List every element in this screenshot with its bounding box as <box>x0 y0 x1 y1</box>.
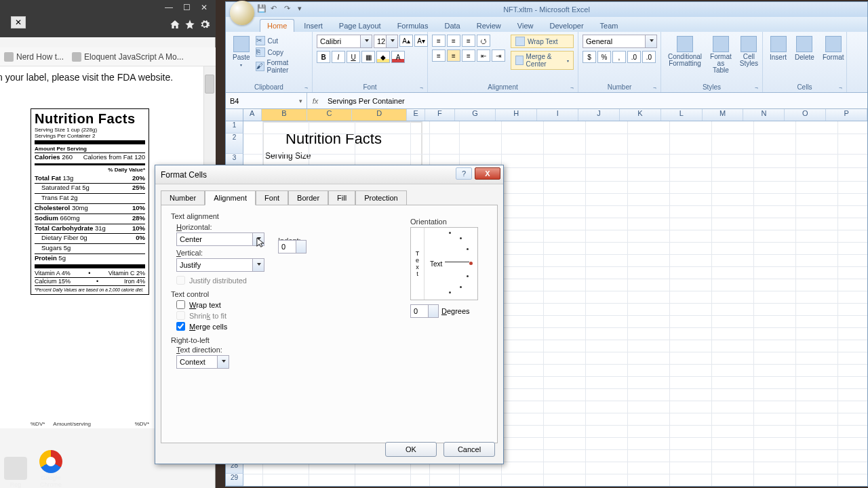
bookmark-item[interactable]: Nerd How t... <box>4 52 64 62</box>
tab-review[interactable]: Review <box>470 20 508 32</box>
name-box[interactable]: B4 <box>226 93 307 108</box>
save-icon[interactable]: 💾 <box>257 4 267 14</box>
maximize-button[interactable]: ☐ <box>179 1 194 14</box>
qat-dropdown-icon[interactable]: ▾ <box>298 4 307 14</box>
orientation-diagram[interactable]: Text Text <box>410 227 478 300</box>
cell-b2[interactable]: Nutrition Facts <box>262 129 405 148</box>
horizontal-combo[interactable]: Center <box>176 232 264 246</box>
scroll-thumb[interactable] <box>205 75 214 94</box>
currency-button[interactable]: $ <box>583 51 596 63</box>
cell-b3[interactable]: Serving Size <box>262 150 405 162</box>
align-left-button[interactable]: ≡ <box>432 49 446 62</box>
dialog-tab-number[interactable]: Number <box>161 190 205 205</box>
dialog-tab-border[interactable]: Border <box>288 190 328 205</box>
insert-button[interactable]: Insert <box>767 35 789 62</box>
dialog-tab-font[interactable]: Font <box>256 190 288 205</box>
tab-developer[interactable]: Developer <box>542 20 590 32</box>
gear-icon[interactable] <box>199 19 210 30</box>
decrease-indent-button[interactable]: ⇤ <box>477 49 490 62</box>
minimize-button[interactable]: — <box>161 1 176 14</box>
vertical-combo[interactable]: Justify <box>176 258 264 272</box>
cell-styles-button[interactable]: Cell Styles <box>737 35 761 68</box>
taskbar-chrome-icon[interactable]: Google Chrome <box>39 450 62 488</box>
border-button[interactable]: ▦ <box>361 51 375 63</box>
col-header[interactable]: E <box>407 109 425 121</box>
close-button[interactable]: X <box>475 167 500 180</box>
paste-button[interactable]: Paste▾ <box>230 35 253 68</box>
merge-center-button[interactable]: Merge & Center▾ <box>511 51 574 70</box>
row-header[interactable]: 29 <box>226 474 243 486</box>
col-header[interactable]: F <box>425 109 454 121</box>
taskbar-reg-icon[interactable]: Reg <box>4 457 27 488</box>
col-header[interactable]: L <box>661 109 703 121</box>
tab-page-layout[interactable]: Page Layout <box>332 20 388 32</box>
number-format-combo[interactable]: General <box>583 35 657 48</box>
text-direction-combo[interactable]: Context <box>176 355 229 369</box>
tab-data[interactable]: Data <box>437 20 467 32</box>
col-header[interactable]: P <box>826 109 867 121</box>
col-header[interactable]: O <box>785 109 826 121</box>
home-icon[interactable] <box>170 19 180 30</box>
dialog-tab-alignment[interactable]: Alignment <box>205 190 256 205</box>
col-header[interactable]: K <box>620 109 661 121</box>
tab-formulas[interactable]: Formulas <box>391 20 435 32</box>
merge-cells-checkbox[interactable] <box>176 322 185 331</box>
col-header[interactable]: C <box>307 109 353 121</box>
select-all-corner[interactable] <box>226 109 243 121</box>
redo-icon[interactable]: ↷ <box>284 4 294 14</box>
increase-decimal-button[interactable]: .0 <box>627 51 641 63</box>
formula-input[interactable]: Servings Per Container <box>323 97 867 105</box>
format-painter-button[interactable]: 🖌Format Painter <box>256 59 308 74</box>
format-button[interactable]: Format <box>820 35 847 62</box>
align-center-button[interactable]: ≡ <box>447 49 460 62</box>
copy-button[interactable]: ⎘Copy <box>256 47 308 57</box>
row-header[interactable]: 2 <box>226 134 243 154</box>
undo-icon[interactable]: ↶ <box>271 4 280 14</box>
font-name-combo[interactable]: Calibri <box>317 35 372 48</box>
col-header[interactable]: N <box>743 109 785 121</box>
cancel-button[interactable]: Cancel <box>443 442 495 457</box>
help-button[interactable]: ? <box>456 167 472 180</box>
dialog-titlebar[interactable]: Format Cells ? X <box>155 165 503 184</box>
italic-button[interactable]: I <box>332 51 345 63</box>
office-button[interactable] <box>230 1 254 25</box>
fill-color-button[interactable]: ◆ <box>376 51 390 63</box>
col-header[interactable]: J <box>578 109 620 121</box>
grow-font-button[interactable]: A▴ <box>399 35 413 47</box>
close-button[interactable]: ✕ <box>197 1 212 14</box>
tab-insert[interactable]: Insert <box>297 20 330 32</box>
format-as-table-button[interactable]: Format as Table <box>707 35 734 75</box>
font-color-button[interactable]: A <box>391 51 405 63</box>
dialog-tab-protection[interactable]: Protection <box>355 190 407 205</box>
wrap-text-button[interactable]: Wrap Text <box>511 35 574 48</box>
align-top-button[interactable]: ≡ <box>432 35 446 47</box>
tab-close-button[interactable]: ✕ <box>11 16 26 28</box>
underline-button[interactable]: U <box>347 51 360 63</box>
tab-view[interactable]: View <box>511 20 540 32</box>
col-header[interactable]: I <box>537 109 578 121</box>
row-header[interactable]: 1 <box>226 121 243 134</box>
tab-team[interactable]: Team <box>593 20 625 32</box>
bold-button[interactable]: B <box>317 51 330 63</box>
shrink-font-button[interactable]: A▾ <box>414 35 428 47</box>
col-header[interactable]: D <box>352 109 406 121</box>
orientation-button[interactable]: ⭯ <box>477 35 490 47</box>
degrees-spinner[interactable]: 0 <box>410 304 439 318</box>
col-header[interactable]: H <box>496 109 537 121</box>
wrap-text-checkbox[interactable] <box>176 300 185 309</box>
dialog-tab-fill[interactable]: Fill <box>328 190 355 205</box>
align-right-button[interactable]: ≡ <box>462 49 475 62</box>
delete-button[interactable]: Delete <box>792 35 817 62</box>
star-icon[interactable] <box>184 19 195 30</box>
align-middle-button[interactable]: ≡ <box>447 35 460 47</box>
percent-button[interactable]: % <box>597 51 611 63</box>
comma-button[interactable]: , <box>612 51 626 63</box>
decrease-decimal-button[interactable]: .0 <box>642 51 656 63</box>
col-header[interactable]: B <box>262 109 307 121</box>
align-bottom-button[interactable]: ≡ <box>462 35 475 47</box>
col-header[interactable]: A <box>243 109 262 121</box>
font-size-combo[interactable]: 12 <box>374 35 398 48</box>
fx-icon[interactable]: fx <box>307 97 323 105</box>
conditional-formatting-button[interactable]: Conditional Formatting <box>665 35 705 68</box>
col-header[interactable]: M <box>703 109 744 121</box>
